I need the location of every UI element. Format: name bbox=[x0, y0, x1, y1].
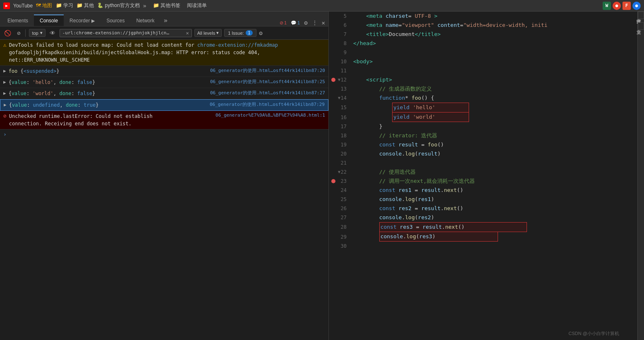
devtools-container: Elements Console Recorder ▶ Sources Netw… bbox=[0, 12, 644, 340]
filter-icon[interactable]: ⊘ bbox=[15, 29, 22, 37]
line-num-24: 24 bbox=[329, 186, 352, 195]
level-selector[interactable]: All levels ▾ bbox=[194, 29, 222, 37]
ext-icon-3[interactable]: F bbox=[622, 2, 631, 10]
prompt-arrow: › bbox=[3, 131, 7, 137]
error-icon: ⊘ bbox=[3, 113, 7, 119]
line-num-29: 29 bbox=[329, 232, 352, 242]
hello-text: {value: 'hello', done: false} bbox=[9, 79, 208, 86]
separator-1 bbox=[25, 29, 26, 37]
side-tab-1[interactable]: 文收藏 bbox=[638, 12, 644, 19]
expand-arrow-foo[interactable]: ▶ bbox=[3, 68, 6, 74]
line-num-8: 8 bbox=[329, 39, 352, 48]
sources-label: Sources bbox=[106, 18, 124, 24]
code-line-16: 16 yield 'world' bbox=[329, 113, 637, 122]
tab-elements[interactable]: Elements bbox=[2, 15, 34, 26]
code-line-30: 30 bbox=[329, 242, 637, 251]
devtools-panel: Elements Console Recorder ▶ Sources Netw… bbox=[0, 12, 329, 340]
expand-arrow-undefined[interactable]: ▶ bbox=[4, 102, 7, 108]
line-num-5: 5 bbox=[329, 12, 352, 21]
more-tabs-icon[interactable]: » bbox=[143, 2, 146, 9]
more-options-icon[interactable]: ⋮ bbox=[312, 19, 318, 26]
code-line-15: 15 yield 'hello' bbox=[329, 103, 637, 113]
warning-text: DevTools failed to load source map: Coul… bbox=[9, 41, 325, 64]
fold-14[interactable]: ▼ bbox=[338, 93, 340, 103]
context-selector[interactable]: top ▾ bbox=[29, 29, 45, 37]
code-line-27: 27 console.log(res2) bbox=[329, 213, 637, 222]
console-entry-hello: ▶ {value: 'hello', done: false} 06_gener… bbox=[0, 77, 328, 88]
line-content-10: <body> bbox=[352, 57, 637, 66]
settings-icon[interactable]: ⚙ bbox=[304, 19, 307, 26]
undefined-source-link[interactable]: 06_generator的使用.html…osft44rk14ilbn87:29 bbox=[210, 101, 325, 108]
python-tab[interactable]: 🐍 python官方文档 bbox=[97, 2, 139, 9]
console-entry-undefined[interactable]: ▶ {value: undefined, done: true} 06_gene… bbox=[0, 99, 328, 111]
elements-label: Elements bbox=[7, 18, 28, 24]
level-label: All levels bbox=[197, 31, 215, 36]
line-content-17: } bbox=[352, 122, 637, 131]
line-num-27: 27 bbox=[329, 213, 352, 222]
line-content-12: <script> bbox=[352, 75, 637, 84]
close-devtools-icon[interactable]: ✕ bbox=[322, 19, 325, 26]
chrome-icon[interactable]: ● bbox=[613, 2, 621, 10]
side-tab-2[interactable]: 文章 bbox=[638, 22, 644, 30]
maps-tab[interactable]: 🗺 地图 bbox=[36, 2, 52, 9]
line-content-23: // 调用一次next,就会消耗一次迭代器 bbox=[352, 177, 637, 186]
foo-source-link[interactable]: 06_generator的使用.html…osft44rk14ilbn87:20 bbox=[210, 67, 325, 74]
world-source-link[interactable]: 06_generator的使用.html…osft44rk14ilbn87:27 bbox=[210, 90, 325, 96]
learning-tab[interactable]: 📁 学习 bbox=[56, 2, 73, 9]
clear-console-btn[interactable]: 🚫 bbox=[2, 29, 13, 37]
line-num-12: ▼ 12 bbox=[329, 75, 352, 84]
console-prompt-row: › bbox=[0, 129, 328, 139]
other-bookmarks-tab[interactable]: 📁 其他书签 bbox=[153, 2, 180, 9]
expand-arrow-hello[interactable]: ▶ bbox=[3, 79, 6, 85]
ext-icon-1[interactable]: W bbox=[603, 2, 611, 10]
line-content-9 bbox=[352, 48, 637, 57]
issue-badge[interactable]: 1 Issue: 1 bbox=[224, 29, 256, 37]
fold-22[interactable]: ▼ bbox=[338, 168, 340, 177]
eye-icon[interactable]: 👁 bbox=[48, 29, 57, 37]
extension-icons: W ● F ● bbox=[603, 2, 641, 10]
issue-label: 1 Issue: bbox=[228, 31, 244, 36]
line-content-29: console.log(res3) bbox=[352, 232, 637, 242]
code-line-5: 5 <meta charset= UTF-8 > bbox=[329, 12, 637, 21]
code-line-28: 28 const res3 = result.next() bbox=[329, 222, 637, 232]
line-num-25: 25 bbox=[329, 195, 352, 204]
breakpoint-12 bbox=[331, 78, 335, 82]
warning-link[interactable]: chrome-extension://fmkadmap bbox=[197, 42, 278, 48]
hello-source-link[interactable]: 06_generator的使用.html…osft44rk14ilbn87:25 bbox=[210, 79, 325, 85]
fold-12[interactable]: ▼ bbox=[338, 75, 340, 84]
ext-icon-4[interactable]: ● bbox=[632, 2, 641, 10]
filter-url-bar[interactable]: -url:chrome-extension://jgphnjokjhjlcnna… bbox=[60, 29, 192, 37]
code-line-6: 6 <meta name="viewport" content="width=d… bbox=[329, 21, 637, 30]
code-line-11: 11 bbox=[329, 66, 637, 75]
url-bar-text: -url:chrome-extension://jgphnjokjhjlcnna… bbox=[62, 30, 170, 36]
expand-arrow-world[interactable]: ▶ bbox=[3, 91, 6, 96]
tab-console[interactable]: Console bbox=[34, 14, 64, 26]
line-content-11 bbox=[352, 66, 637, 75]
side-tabs: 文收藏 文章 bbox=[637, 12, 644, 340]
warn-chat-icon: 💬 bbox=[291, 20, 297, 26]
code-line-26: 26 const res2 = result.next() bbox=[329, 204, 637, 213]
youtube-favicon: ▶ bbox=[3, 2, 10, 9]
reading-tab[interactable]: 阅读清单 bbox=[187, 2, 207, 9]
error-text: Unchecked runtime.lastError: Could not e… bbox=[9, 113, 213, 127]
error-source-link[interactable]: 06_generator%E7%9A%8…%BF%E7%94%A8.html:1 bbox=[215, 113, 325, 118]
line-content-30 bbox=[352, 242, 637, 251]
tab-network[interactable]: Network bbox=[130, 15, 160, 26]
line-num-28: 28 bbox=[329, 222, 352, 232]
tab-sources[interactable]: Sources bbox=[101, 15, 130, 26]
other-tab[interactable]: 📁 其他 bbox=[77, 2, 94, 9]
line-num-19: 19 bbox=[329, 140, 352, 149]
console-entry-world: ▶ {value: 'world', done: false} 06_gener… bbox=[0, 88, 328, 99]
level-chevron: ▾ bbox=[216, 30, 219, 36]
console-output: ⚠ DevTools failed to load source map: Co… bbox=[0, 40, 328, 340]
url-clear-btn[interactable]: ✕ bbox=[186, 30, 189, 36]
line-content-15: yield 'hello' bbox=[352, 103, 637, 113]
code-line-25: 25 console.log(res1) bbox=[329, 195, 637, 204]
foo-text: foo {<suspended>} bbox=[9, 67, 208, 75]
line-content-6: <meta name="viewport" content="width=dev… bbox=[352, 21, 637, 30]
more-tabs-btn[interactable]: » bbox=[160, 15, 171, 26]
settings2-icon[interactable]: ⚙ bbox=[259, 30, 262, 36]
tab-recorder[interactable]: Recorder ▶ bbox=[64, 15, 101, 26]
line-num-15: 15 bbox=[329, 103, 352, 113]
line-num-11: 11 bbox=[329, 66, 352, 75]
